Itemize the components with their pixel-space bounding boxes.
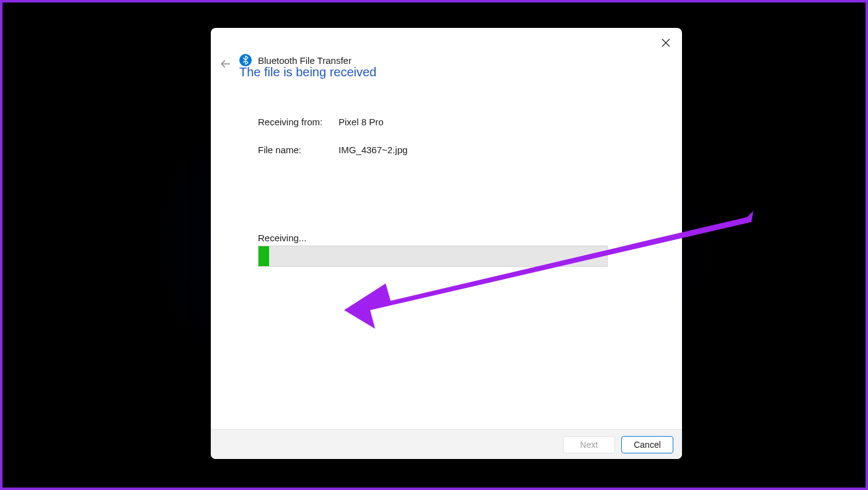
receiving-from-label: Receiving from: bbox=[258, 117, 339, 127]
page-heading: The file is being received bbox=[239, 65, 653, 79]
progress-label: Receiving... bbox=[258, 233, 608, 243]
dialog-footer: Next Cancel bbox=[211, 429, 682, 459]
dialog-body: The file is being received Receiving fro… bbox=[211, 28, 682, 429]
file-name-label: File name: bbox=[258, 145, 339, 155]
file-name-row: File name: IMG_4367~2.jpg bbox=[258, 145, 653, 155]
cancel-button[interactable]: Cancel bbox=[621, 436, 673, 453]
receiving-from-value: Pixel 8 Pro bbox=[339, 117, 653, 127]
progress-fill bbox=[259, 246, 269, 266]
bluetooth-transfer-dialog: Bluetooth File Transfer The file is bein… bbox=[211, 28, 682, 459]
progress-section: Receiving... bbox=[258, 233, 608, 267]
progress-bar bbox=[258, 246, 608, 267]
receiving-from-row: Receiving from: Pixel 8 Pro bbox=[258, 117, 653, 127]
file-name-value: IMG_4367~2.jpg bbox=[339, 145, 653, 155]
next-button: Next bbox=[563, 436, 615, 453]
